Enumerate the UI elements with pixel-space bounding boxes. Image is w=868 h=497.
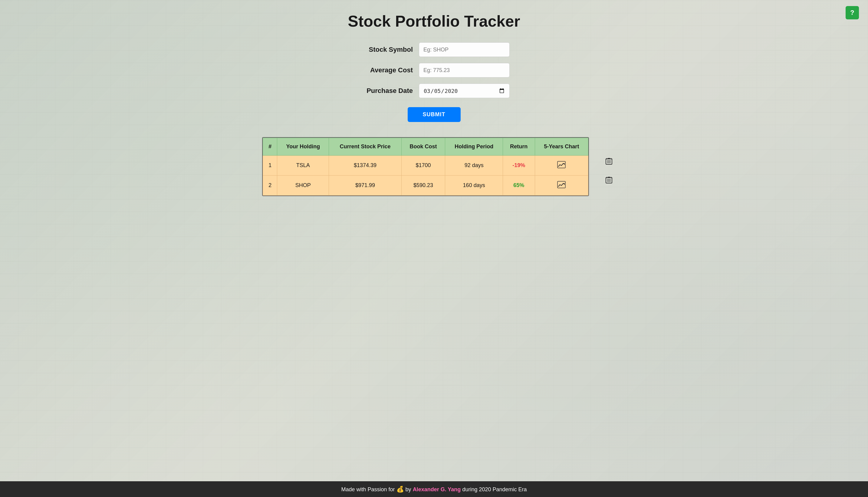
- purchase-date-row: Purchase Date: [328, 84, 540, 98]
- cell-num: 1: [263, 156, 277, 175]
- purchase-date-input[interactable]: [419, 84, 510, 98]
- col-header-num: #: [263, 138, 277, 156]
- chart-button[interactable]: [557, 161, 566, 168]
- table-row: 1 TSLA $1374.39 $1700 92 days -19%: [263, 156, 588, 175]
- portfolio-table: # Your Holding Current Stock Price Book …: [263, 138, 588, 196]
- submit-button[interactable]: SUBMIT: [408, 107, 461, 122]
- average-cost-input[interactable]: [419, 63, 510, 77]
- col-header-holding: Your Holding: [277, 138, 329, 156]
- cell-return: -19%: [503, 156, 535, 175]
- col-header-book-cost: Book Cost: [401, 138, 445, 156]
- footer-emoji: 💰: [397, 486, 404, 493]
- svg-rect-0: [557, 161, 565, 168]
- cell-chart[interactable]: [535, 156, 588, 175]
- cell-num: 2: [263, 175, 277, 196]
- purchase-date-label: Purchase Date: [358, 87, 413, 95]
- footer-author: Alexander G. Yang: [413, 486, 461, 493]
- chart-button[interactable]: [557, 181, 566, 188]
- footer: Made with Passion for 💰 by Alexander G. …: [0, 481, 868, 497]
- table-header-row: # Your Holding Current Stock Price Book …: [263, 138, 588, 156]
- page-title: Stock Portfolio Tracker: [348, 12, 520, 30]
- delete-button[interactable]: [602, 170, 616, 189]
- portfolio-table-container: # Your Holding Current Stock Price Book …: [262, 137, 589, 196]
- average-cost-label: Average Cost: [358, 66, 413, 74]
- footer-text-before: Made with Passion for: [341, 486, 395, 493]
- average-cost-row: Average Cost: [328, 63, 540, 77]
- portfolio-section: # Your Holding Current Stock Price Book …: [252, 131, 616, 202]
- col-header-stock-price: Current Stock Price: [329, 138, 401, 156]
- footer-text-by: by: [405, 486, 411, 493]
- cell-chart[interactable]: [535, 175, 588, 196]
- col-header-holding-period: Holding Period: [445, 138, 503, 156]
- cell-stock-price: $971.99: [329, 175, 401, 196]
- cell-holding-period: 160 days: [445, 175, 503, 196]
- delete-button[interactable]: [602, 152, 616, 170]
- cell-holding: SHOP: [277, 175, 329, 196]
- help-button[interactable]: ?: [845, 6, 859, 19]
- cell-stock-price: $1374.39: [329, 156, 401, 175]
- col-header-return: Return: [503, 138, 535, 156]
- svg-rect-1: [557, 181, 565, 188]
- stock-form: Stock Symbol Average Cost Purchase Date …: [328, 42, 540, 122]
- footer-text-after: during 2020 Pandemic Era: [462, 486, 527, 493]
- col-header-chart: 5-Years Chart: [535, 138, 588, 156]
- table-row: 2 SHOP $971.99 $590.23 160 days 65%: [263, 175, 588, 196]
- stock-symbol-input[interactable]: [419, 42, 510, 57]
- cell-return: 65%: [503, 175, 535, 196]
- action-column: [602, 131, 616, 189]
- cell-book-cost: $1700: [401, 156, 445, 175]
- cell-holding-period: 92 days: [445, 156, 503, 175]
- cell-holding: TSLA: [277, 156, 329, 175]
- stock-symbol-row: Stock Symbol: [328, 42, 540, 57]
- stock-symbol-label: Stock Symbol: [358, 46, 413, 54]
- cell-book-cost: $590.23: [401, 175, 445, 196]
